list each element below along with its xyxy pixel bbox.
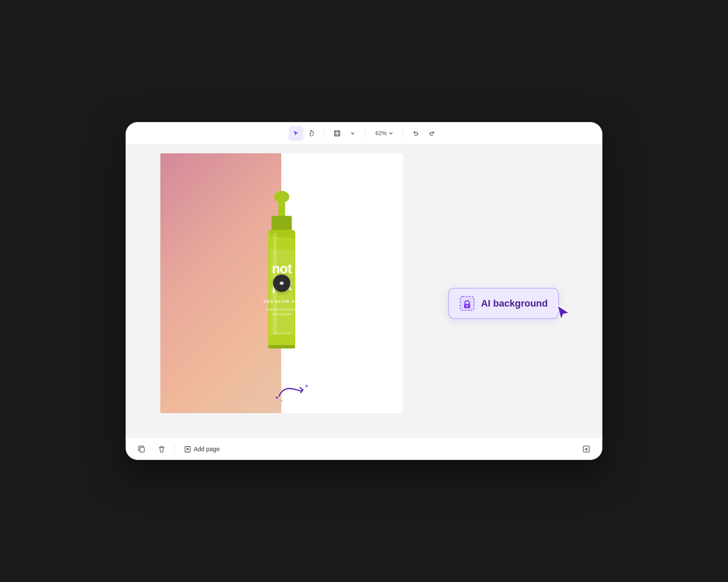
- tool-group-main: [289, 126, 319, 141]
- upload-icon: [582, 445, 590, 453]
- svg-rect-18: [467, 306, 468, 307]
- bottom-bar: Add page: [126, 437, 602, 460]
- svg-text:broad spectrum multi-oil: broad spectrum multi-oil: [266, 308, 298, 311]
- duplicate-button[interactable]: [134, 442, 149, 456]
- swipe-arrow-icon: [275, 381, 309, 403]
- chevron-down-icon: [351, 131, 355, 136]
- tool-group-frame: [330, 126, 360, 141]
- svg-rect-2: [278, 197, 285, 218]
- hand-icon: [308, 130, 315, 137]
- svg-rect-19: [140, 447, 144, 452]
- zoom-level-label: 62%: [375, 130, 387, 136]
- redo-button[interactable]: [425, 126, 439, 141]
- svg-rect-0: [335, 131, 340, 136]
- svg-text:not: not: [272, 261, 292, 276]
- cursor-arrow: [555, 304, 572, 324]
- toolbar-divider-2: [365, 129, 366, 138]
- add-page-icon: [184, 446, 191, 453]
- cursor-icon: [555, 304, 572, 323]
- ai-background-icon: [459, 296, 475, 311]
- bottom-divider: [174, 444, 175, 454]
- frame-dropdown-button[interactable]: [345, 126, 360, 141]
- frame-tool-button[interactable]: [330, 126, 344, 141]
- swipe-decoration: [275, 381, 309, 404]
- select-icon: [292, 130, 299, 137]
- bottom-bar-right: [579, 442, 594, 456]
- trash-icon: [158, 445, 166, 453]
- frame-icon: [334, 130, 341, 137]
- image-canvas: not pot CBD GLOW OIL broad spectrum mult…: [160, 153, 403, 413]
- add-page-label: Add page: [194, 446, 220, 453]
- undo-button[interactable]: [408, 126, 423, 141]
- svg-text:CBD GLOW OIL: CBD GLOW OIL: [263, 299, 300, 304]
- svg-point-14: [276, 397, 278, 399]
- redo-icon: [429, 130, 436, 137]
- delete-button[interactable]: [154, 442, 169, 456]
- ai-background-tooltip[interactable]: AI background: [448, 288, 559, 319]
- zoom-button[interactable]: 62%: [371, 126, 397, 141]
- svg-rect-13: [268, 345, 296, 349]
- add-page-button[interactable]: Add page: [180, 442, 224, 456]
- toolbar: 62%: [126, 122, 602, 145]
- lock-dashed-icon: [459, 296, 475, 311]
- select-tool-button[interactable]: [289, 126, 303, 141]
- svg-text:1000 mg CBD: 1000 mg CBD: [273, 313, 291, 316]
- split-handle[interactable]: [273, 275, 290, 292]
- hand-tool-button[interactable]: [304, 126, 319, 141]
- upload-button[interactable]: [579, 442, 594, 456]
- zoom-chevron-icon: [389, 131, 393, 136]
- toolbar-divider-1: [324, 129, 325, 138]
- svg-rect-3: [272, 216, 292, 231]
- duplicate-icon: [138, 445, 146, 453]
- svg-rect-15: [460, 297, 474, 310]
- toolbar-divider-3: [403, 129, 403, 138]
- ai-background-label: AI background: [481, 298, 548, 309]
- svg-text:1 fl oz / 30 ml: 1 fl oz / 30 ml: [273, 332, 290, 335]
- canvas-area: not pot CBD GLOW OIL broad spectrum mult…: [126, 145, 602, 437]
- undo-icon: [412, 130, 419, 137]
- device-frame: 62%: [126, 122, 602, 460]
- split-handle-arrows-icon: [277, 279, 286, 288]
